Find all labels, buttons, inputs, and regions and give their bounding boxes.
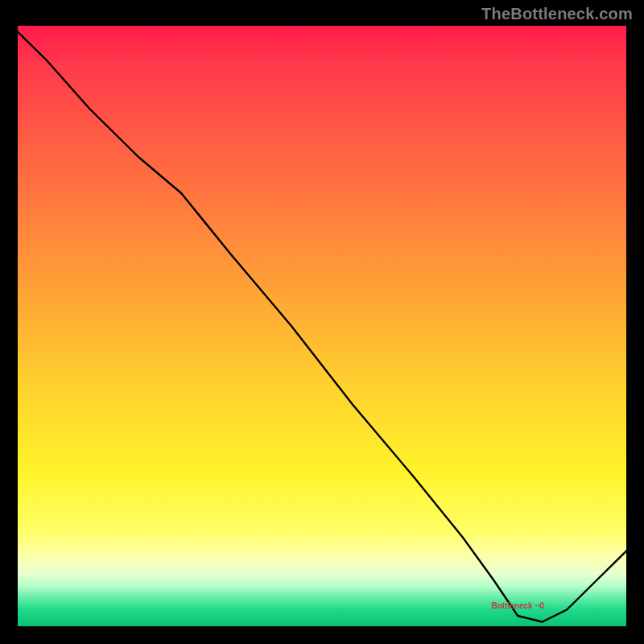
plot-area: Bottleneck ~0: [16, 24, 628, 628]
chart-container: TheBottleneck.com Bottleneck ~0: [0, 0, 644, 644]
watermark-text: TheBottleneck.com: [481, 5, 633, 23]
background-gradient: [16, 24, 628, 628]
annotation-bottleneck-zero: Bottleneck ~0: [492, 601, 544, 610]
